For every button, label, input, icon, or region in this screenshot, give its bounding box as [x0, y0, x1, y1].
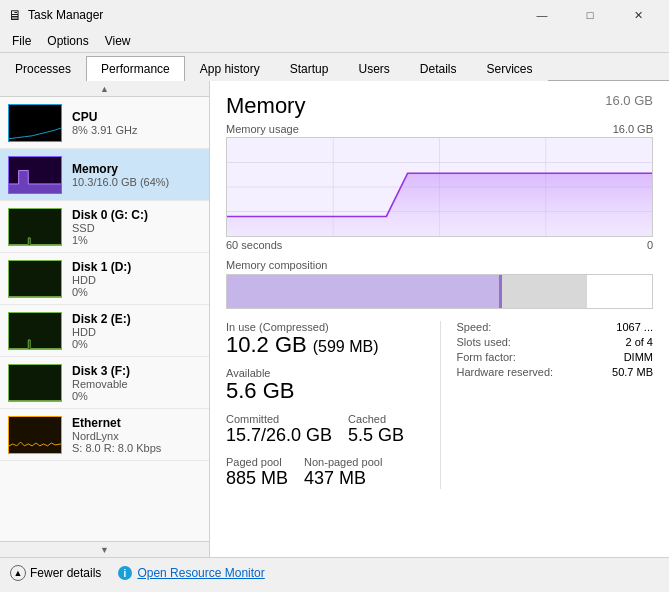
sidebar-memory-usage: 10.3/16.0 GB (64%)	[72, 176, 201, 188]
menu-options[interactable]: Options	[39, 32, 96, 50]
main-content: ▲ CPU 8% 3.91 GHz Memory	[0, 81, 669, 557]
fewer-details-button[interactable]: ▲ Fewer details	[10, 565, 101, 581]
speed-value: 1067 ...	[616, 321, 653, 333]
stat-in-use: In use (Compressed) 10.2 GB (599 MB)	[226, 321, 424, 357]
tab-details[interactable]: Details	[405, 56, 472, 81]
stat-available: Available 5.6 GB	[226, 367, 424, 403]
sidebar-item-cpu-info: CPU 8% 3.91 GHz	[72, 110, 201, 136]
menu-bar: File Options View	[0, 30, 669, 53]
comp-standby	[502, 275, 587, 308]
detail-total: 16.0 GB	[605, 93, 653, 108]
stat-row-form: Form factor: DIMM	[457, 351, 654, 363]
stats-left: In use (Compressed) 10.2 GB (599 MB) Ava…	[226, 321, 440, 489]
svg-marker-0	[9, 170, 61, 193]
svg-marker-7	[227, 173, 652, 236]
available-value: 5.6 GB	[226, 379, 294, 403]
resource-monitor-button[interactable]: i Open Resource Monitor	[117, 565, 264, 581]
sidebar-disk2-pct: 0%	[72, 338, 201, 350]
memory-usage-chart-section: Memory usage 16.0 GB	[226, 123, 653, 251]
comp-free	[587, 275, 652, 308]
chart-time-row: 60 seconds 0	[226, 239, 653, 251]
form-value: DIMM	[624, 351, 653, 363]
tab-startup[interactable]: Startup	[275, 56, 344, 81]
committed-label: Committed	[226, 413, 332, 425]
stat-row-hw-reserved: Hardware reserved: 50.7 MB	[457, 366, 654, 378]
speed-label: Speed:	[457, 321, 492, 333]
app-icon: 🖥	[8, 7, 22, 23]
fewer-details-label: Fewer details	[30, 566, 101, 580]
title-bar-controls: — □ ✕	[519, 4, 661, 26]
detail-header: Memory 16.0 GB	[226, 93, 653, 119]
non-paged-label: Non-paged pool	[304, 456, 382, 468]
resource-monitor-icon: i	[117, 565, 133, 581]
hw-reserved-value: 50.7 MB	[612, 366, 653, 378]
tab-app-history[interactable]: App history	[185, 56, 275, 81]
sidebar-item-disk0[interactable]: Disk 0 (G: C:) SSD 1%	[0, 201, 209, 253]
tabs: Processes Performance App history Startu…	[0, 53, 669, 81]
tab-services[interactable]: Services	[472, 56, 548, 81]
sidebar-graph-disk3	[8, 364, 62, 402]
minimize-button[interactable]: —	[519, 4, 565, 26]
sidebar-item-memory[interactable]: Memory 10.3/16.0 GB (64%)	[0, 149, 209, 201]
sidebar-graph-ethernet	[8, 416, 62, 454]
detail-title: Memory	[226, 93, 305, 119]
in-use-value: 10.2 GB	[226, 333, 307, 357]
cached-value: 5.5 GB	[348, 425, 404, 446]
menu-view[interactable]: View	[97, 32, 139, 50]
footer: ▲ Fewer details i Open Resource Monitor	[0, 557, 669, 587]
sidebar-item-ethernet[interactable]: Ethernet NordLynx S: 8.0 R: 8.0 Kbps	[0, 409, 209, 461]
memory-composition-section: Memory composition	[226, 259, 653, 309]
sidebar-cpu-name: CPU	[72, 110, 201, 124]
sidebar-disk0-pct: 1%	[72, 234, 201, 246]
detail-panel: Memory 16.0 GB Memory usage 16.0 GB	[210, 81, 669, 557]
sidebar-item-ethernet-info: Ethernet NordLynx S: 8.0 R: 8.0 Kbps	[72, 416, 201, 454]
stat-paged: Paged pool 885 MB	[226, 456, 288, 489]
memory-usage-chart	[226, 137, 653, 237]
paged-value: 885 MB	[226, 468, 288, 489]
tab-processes[interactable]: Processes	[0, 56, 86, 81]
stat-committed-cached: Committed 15.7/26.0 GB Cached 5.5 GB	[226, 413, 424, 446]
sidebar-graph-disk0	[8, 208, 62, 246]
stats-right: Speed: 1067 ... Slots used: 2 of 4 Form …	[440, 321, 654, 489]
sidebar-disk3-pct: 0%	[72, 390, 201, 402]
window-title: Task Manager	[28, 8, 103, 22]
sidebar-item-disk3[interactable]: Disk 3 (F:) Removable 0%	[0, 357, 209, 409]
sidebar-disk1-pct: 0%	[72, 286, 201, 298]
sidebar-graph-disk1	[8, 260, 62, 298]
slots-value: 2 of 4	[625, 336, 653, 348]
chart-max: 16.0 GB	[613, 123, 653, 135]
hw-reserved-label: Hardware reserved:	[457, 366, 554, 378]
sidebar-cpu-usage: 8% 3.91 GHz	[72, 124, 201, 136]
sidebar-item-disk0-info: Disk 0 (G: C:) SSD 1%	[72, 208, 201, 246]
sidebar-disk0-type: SSD	[72, 222, 201, 234]
sidebar-item-cpu[interactable]: CPU 8% 3.91 GHz	[0, 97, 209, 149]
non-paged-value: 437 MB	[304, 468, 382, 489]
menu-file[interactable]: File	[4, 32, 39, 50]
resource-monitor-label: Open Resource Monitor	[137, 566, 264, 580]
stats-grid: In use (Compressed) 10.2 GB (599 MB) Ava…	[226, 321, 653, 489]
tab-users[interactable]: Users	[343, 56, 404, 81]
fewer-details-icon: ▲	[10, 565, 26, 581]
maximize-button[interactable]: □	[567, 4, 613, 26]
title-bar-left: 🖥 Task Manager	[8, 7, 103, 23]
sidebar-ethernet-adapter: NordLynx	[72, 430, 201, 442]
time-right: 0	[647, 239, 653, 251]
sidebar-scroll-up[interactable]: ▲	[0, 81, 209, 97]
sidebar-item-disk1[interactable]: Disk 1 (D:) HDD 0%	[0, 253, 209, 305]
close-button[interactable]: ✕	[615, 4, 661, 26]
paged-label: Paged pool	[226, 456, 288, 468]
time-left: 60 seconds	[226, 239, 282, 251]
sidebar-disk1-name: Disk 1 (D:)	[72, 260, 201, 274]
sidebar-scroll-down[interactable]: ▼	[0, 541, 209, 557]
stat-row-slots: Slots used: 2 of 4	[457, 336, 654, 348]
chart-label-row: Memory usage 16.0 GB	[226, 123, 653, 135]
sidebar-disk2-name: Disk 2 (E:)	[72, 312, 201, 326]
sidebar-disk3-name: Disk 3 (F:)	[72, 364, 201, 378]
sidebar-item-disk2[interactable]: Disk 2 (E:) HDD 0%	[0, 305, 209, 357]
in-use-compressed: (599 MB)	[313, 338, 379, 356]
sidebar-item-memory-info: Memory 10.3/16.0 GB (64%)	[72, 162, 201, 188]
tab-performance[interactable]: Performance	[86, 56, 185, 81]
sidebar-disk2-type: HDD	[72, 326, 201, 338]
sidebar-graph-disk2	[8, 312, 62, 350]
cached-label: Cached	[348, 413, 404, 425]
